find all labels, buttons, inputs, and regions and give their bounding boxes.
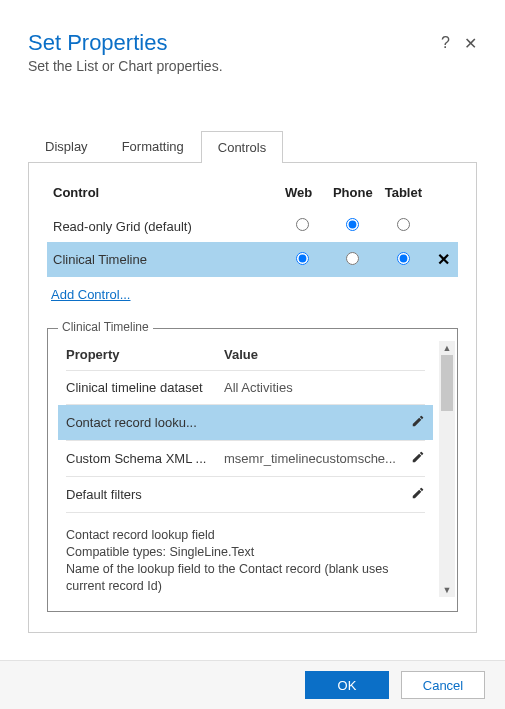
- property-value: msemr_timelinecustomsche...: [224, 451, 403, 466]
- property-row-dataset[interactable]: Clinical timeline dataset All Activities: [58, 371, 433, 404]
- radio-web-clinical[interactable]: [296, 252, 309, 265]
- radio-tablet-clinical[interactable]: [397, 252, 410, 265]
- radio-phone-readonly[interactable]: [346, 218, 359, 231]
- control-name: Clinical Timeline: [47, 242, 279, 277]
- scrollbar[interactable]: ▲ ▼: [439, 341, 455, 597]
- property-name: Clinical timeline dataset: [66, 380, 224, 395]
- radio-phone-clinical[interactable]: [346, 252, 359, 265]
- remove-control-icon[interactable]: ✕: [437, 251, 450, 268]
- desc-line1: Contact record lookup field: [66, 527, 425, 544]
- help-icon[interactable]: ?: [441, 34, 450, 53]
- property-name: Default filters: [66, 487, 224, 502]
- tab-bar: Display Formatting Controls: [28, 130, 477, 163]
- cancel-button[interactable]: Cancel: [401, 671, 485, 699]
- property-name: Custom Schema XML ...: [66, 451, 224, 466]
- control-row-clinical-timeline[interactable]: Clinical Timeline ✕: [47, 242, 458, 277]
- scroll-down-icon[interactable]: ▼: [439, 583, 455, 597]
- edit-icon[interactable]: [403, 450, 425, 467]
- property-name: Contact record looku...: [66, 415, 224, 430]
- clinical-timeline-fieldset: Clinical Timeline Property Value Clinica…: [47, 328, 458, 612]
- tab-controls[interactable]: Controls: [201, 131, 283, 163]
- edit-icon[interactable]: [403, 414, 425, 431]
- desc-line3: Name of the lookup field to the Contact …: [66, 561, 425, 595]
- dialog-footer: OK Cancel: [0, 660, 505, 709]
- scroll-thumb[interactable]: [441, 355, 453, 411]
- property-description: Contact record lookup field Compatible t…: [58, 513, 433, 597]
- control-name: Read-only Grid (default): [47, 210, 279, 242]
- property-row-contact-lookup[interactable]: Contact record looku...: [58, 405, 433, 440]
- col-property: Property: [66, 347, 224, 362]
- property-value: All Activities: [224, 380, 403, 395]
- edit-icon[interactable]: [403, 486, 425, 503]
- property-row-default-filters[interactable]: Default filters: [58, 477, 433, 512]
- col-value: Value: [224, 347, 258, 362]
- controls-panel: Control Web Phone Tablet Read-only Grid …: [28, 163, 477, 633]
- add-control-link[interactable]: Add Control...: [51, 287, 131, 302]
- col-phone: Phone: [327, 181, 379, 210]
- ok-button[interactable]: OK: [305, 671, 389, 699]
- fieldset-legend: Clinical Timeline: [58, 320, 153, 334]
- tab-formatting[interactable]: Formatting: [105, 130, 201, 162]
- scroll-up-icon[interactable]: ▲: [439, 341, 455, 355]
- tab-display[interactable]: Display: [28, 130, 105, 162]
- dialog-subtitle: Set the List or Chart properties.: [28, 58, 223, 74]
- property-row-custom-schema[interactable]: Custom Schema XML ... msemr_timelinecust…: [58, 441, 433, 476]
- col-control: Control: [47, 181, 279, 210]
- control-row-readonly-grid[interactable]: Read-only Grid (default): [47, 210, 458, 242]
- radio-web-readonly[interactable]: [296, 218, 309, 231]
- radio-tablet-readonly[interactable]: [397, 218, 410, 231]
- dialog-title: Set Properties: [28, 30, 223, 56]
- close-icon[interactable]: ✕: [464, 34, 477, 53]
- control-table: Control Web Phone Tablet Read-only Grid …: [47, 181, 458, 277]
- col-tablet: Tablet: [379, 181, 428, 210]
- col-web: Web: [279, 181, 327, 210]
- desc-line2: Compatible types: SingleLine.Text: [66, 544, 425, 561]
